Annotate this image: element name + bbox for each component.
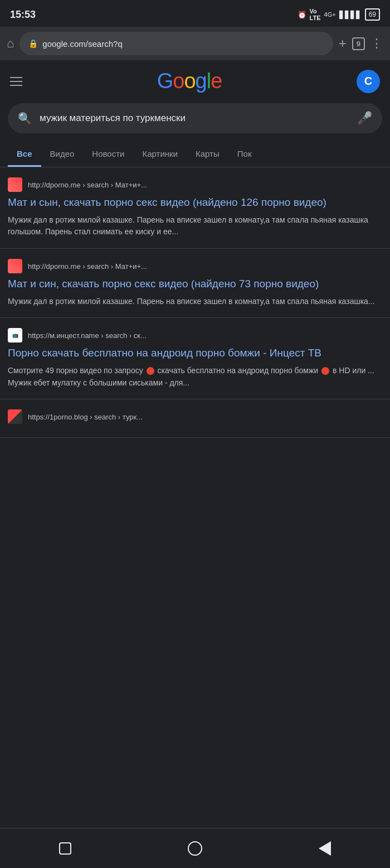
tab-video[interactable]: Видео [41,142,84,167]
favicon-image [8,177,22,192]
result-title[interactable]: Мат и сын, скачать порно секс видео (най… [8,195,382,210]
nav-home-button[interactable] [183,836,207,861]
result-favicon [8,259,22,273]
hamburger-menu[interactable] [10,77,22,86]
favicon-image: 📺 [8,328,22,343]
address-bar[interactable]: 🔒 google.com/search?q [20,32,333,55]
nav-square-button[interactable] [53,836,77,861]
user-avatar[interactable]: C [357,70,380,93]
browser-menu-button[interactable]: ⋮ [370,36,383,51]
back-icon [319,841,331,856]
tab-count[interactable]: 9 [352,37,365,50]
circle-icon [188,841,202,856]
search-box-container: 🔍 мужик материться по туркменски 🎤 [0,99,390,142]
result-favicon: 📺 [8,328,22,343]
tab-all[interactable]: Все [8,142,41,167]
google-logo: Google [157,69,222,93]
red-circle-icon [147,367,154,375]
red-circle-icon-2 [321,367,329,375]
address-text: google.com/search?q [42,39,324,49]
result-url: http://dporno.me › search › Мат+и+... [28,262,147,271]
browser-actions: + 9 ⋮ [339,36,383,51]
status-icons: ⏰ VoLTE 4G+ ▋▋▋▋ 69 [298,8,380,21]
result-item[interactable]: 📺 https://м.инцест.name › search › ск...… [0,318,390,399]
snippet-text-1: Смотрите 49 порно видео по запросу [8,366,145,375]
result-source: https://1porno.blog › search › турк... [8,409,382,424]
home-button[interactable]: ⌂ [7,36,14,51]
result-title[interactable]: Мат и син, скачать порно секс видео (най… [8,277,382,291]
result-item[interactable]: http://dporno.me › search › Мат+и+... Ма… [0,249,390,318]
browser-chrome: ⌂ 🔒 google.com/search?q + 9 ⋮ [0,27,390,60]
tab-maps[interactable]: Карты [187,142,228,167]
result-item[interactable]: http://dporno.me › search › Мат+и+... Ма… [0,167,390,249]
nav-back-button[interactable] [313,836,337,861]
snippet-text-2: скачать бесплатно на андроид порно бомжи [155,366,320,375]
add-tab-button[interactable]: + [339,36,347,51]
favicon-image [8,259,22,273]
volte-indicator: VoLTE [310,8,321,21]
search-query: мужик материться по туркменски [40,113,349,124]
result-source: 📺 https://м.инцест.name › search › ск... [8,328,382,343]
result-item[interactable]: https://1porno.blog › search › турк... [0,399,390,438]
result-snippet: Смотрите 49 порно видео по запросу скача… [8,365,382,389]
network-indicator: 4G+ [324,11,336,18]
result-favicon [8,409,22,424]
signal-bars-icon: ▋▋▋▋ [339,11,362,19]
search-tabs: Все Видео Новости Картинки Карты Пок [0,142,390,167]
tab-images[interactable]: Картинки [133,142,187,167]
battery-indicator: 69 [365,8,380,21]
status-time: 15:53 [10,9,36,21]
result-source: http://dporno.me › search › Мат+и+... [8,177,382,192]
tab-more[interactable]: Пок [228,142,261,167]
favicon-image [8,409,22,424]
alarm-icon: ⏰ [298,11,306,19]
result-favicon [8,177,22,192]
result-snippet: Мужик дал в ротик милой казашке. Парень … [8,214,382,238]
lock-icon: 🔒 [28,39,38,48]
result-url: https://м.инцест.name › search › ск... [28,331,147,340]
navigation-bar [0,828,390,868]
results-container: http://dporno.me › search › Мат+и+... Ма… [0,167,390,438]
result-url: http://dporno.me › search › Мат+и+... [28,181,147,189]
result-snippet: Мужик дал в ротик милой казашке. Парень … [8,296,382,308]
result-source: http://dporno.me › search › Мат+и+... [8,259,382,273]
search-box[interactable]: 🔍 мужик материться по туркменски 🎤 [8,103,382,133]
search-icon: 🔍 [18,112,32,125]
microphone-icon[interactable]: 🎤 [357,111,372,126]
google-header: Google C [0,60,390,99]
result-title[interactable]: Порно скачать бесплатно на андроид порно… [8,346,382,360]
status-bar: 15:53 ⏰ VoLTE 4G+ ▋▋▋▋ 69 [0,0,390,27]
result-url: https://1porno.blog › search › турк... [28,413,143,421]
tab-news[interactable]: Новости [83,142,133,167]
square-icon [59,842,71,855]
